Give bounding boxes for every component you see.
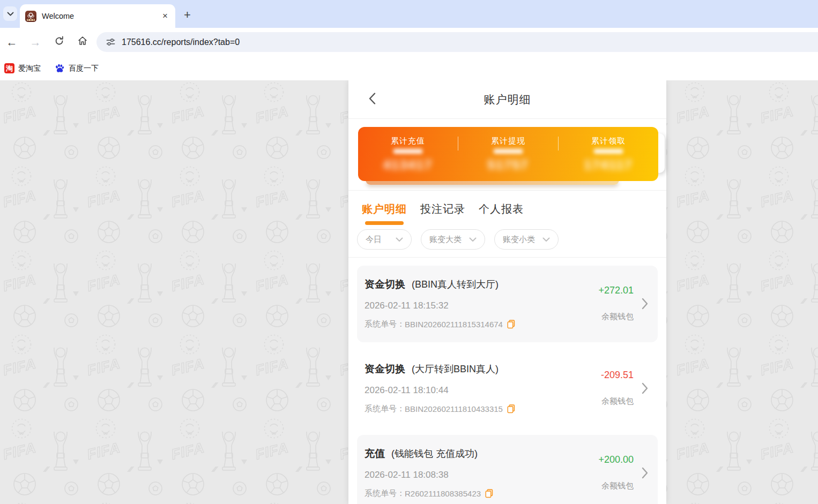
tab-personal-report[interactable]: 个人报表 (479, 202, 524, 225)
chevron-down-icon (7, 12, 14, 16)
filter-date-dropdown[interactable]: 今日 (357, 229, 412, 250)
forward-button[interactable]: → (24, 36, 47, 49)
new-tab-button[interactable]: + (184, 9, 191, 21)
site-info-icon[interactable] (106, 37, 115, 47)
account-panel: 账户明细 累计充值 413417 累计提现 51757 累计领取 (348, 80, 666, 504)
page-title: 账户明细 (484, 92, 531, 107)
tab-account-detail[interactable]: 账户明细 (362, 202, 407, 225)
txn-type: 充值 (365, 447, 385, 461)
panel-header: 账户明细 (348, 80, 666, 119)
chevron-left-icon (369, 93, 376, 104)
order-label: 系统单号： (365, 319, 405, 329)
chevron-down-icon (542, 237, 550, 242)
report-tabs: 账户明细 投注记录 个人报表 (348, 191, 666, 225)
blurred-value: 51757 (458, 157, 558, 172)
order-label: 系统单号： (365, 404, 405, 414)
chevron-right-icon (642, 298, 648, 310)
browser-tab-strip: Welcome × + (0, 0, 818, 28)
reload-icon (54, 36, 64, 46)
page-viewport: FIFA (0, 80, 818, 504)
order-number: R2602111808385423 (405, 489, 481, 498)
txn-type: 资金切换 (365, 277, 405, 291)
txn-datetime: 2026-02-11 18:10:44 (365, 385, 596, 396)
bookmark-taobao[interactable]: 淘 爱淘宝 (4, 63, 41, 73)
chevron-right-icon (642, 382, 648, 394)
tab-search-button[interactable] (3, 6, 17, 21)
stat-total-withdraw: 累计提现 51757 (458, 136, 558, 172)
txn-amount: +272.01 (598, 285, 634, 296)
home-icon (77, 35, 88, 46)
transaction-row[interactable]: 资金切换 (BBIN真人转到大厅) 2026-02-11 18:15:32 系统… (357, 266, 658, 342)
bookmarks-bar: 淘 爱淘宝 百度一下 (0, 56, 818, 80)
order-number: BBIN202602111810433315 (405, 404, 503, 413)
back-button[interactable]: ← (0, 36, 24, 49)
blurred-value: 413417 (358, 157, 458, 172)
blurred-chip (594, 149, 623, 154)
txn-amount: -209.51 (601, 370, 634, 381)
filter-category-minor-dropdown[interactable]: 账变小类 (494, 229, 559, 250)
txn-amount: +200.00 (598, 454, 634, 465)
txn-detail: (钱能钱包 充值成功) (391, 447, 478, 460)
txn-datetime: 2026-02-11 18:15:32 (365, 300, 593, 311)
tab-close-icon[interactable]: × (160, 11, 170, 21)
txn-datetime: 2026-02-11 18:08:38 (365, 470, 593, 480)
site-favicon-icon (25, 11, 36, 22)
blurred-chip (393, 149, 422, 154)
stats-section: 累计充值 413417 累计提现 51757 累计领取 174117 (348, 119, 666, 191)
url-text[interactable]: 175616.cc/reports/index?tab=0 (122, 37, 240, 47)
reload-button[interactable] (47, 36, 71, 49)
address-bar[interactable]: 175616.cc/reports/index?tab=0 (96, 32, 818, 52)
filter-category-major-dropdown[interactable]: 账变大类 (421, 229, 485, 250)
tab-bet-records[interactable]: 投注记录 (420, 202, 465, 225)
stats-card: 累计充值 413417 累计提现 51757 累计领取 174117 (358, 127, 658, 181)
home-button[interactable] (71, 35, 94, 49)
bookmark-baidu[interactable]: 百度一下 (55, 63, 99, 73)
blurred-chip (494, 149, 523, 154)
txn-detail: (大厅转到BBIN真人) (412, 363, 499, 375)
txn-wallet: 余额钱包 (601, 481, 634, 491)
txn-detail: (BBIN真人转到大厅) (412, 278, 499, 291)
baidu-paw-icon (55, 63, 65, 73)
taobao-icon: 淘 (4, 63, 14, 73)
copy-icon[interactable] (507, 320, 515, 329)
transaction-list: 资金切换 (BBIN真人转到大厅) 2026-02-11 18:15:32 系统… (348, 258, 666, 504)
stat-total-deposit: 累计充值 413417 (358, 136, 458, 172)
tab-title: Welcome (42, 12, 160, 20)
txn-wallet: 余额钱包 (601, 396, 634, 407)
active-tab-underline (365, 221, 404, 225)
back-nav-button[interactable] (361, 88, 383, 109)
copy-icon[interactable] (507, 404, 515, 413)
transaction-row[interactable]: 充值 (钱能钱包 充值成功) 2026-02-11 18:08:38 系统单号：… (357, 435, 658, 504)
blurred-value: 174117 (559, 157, 658, 172)
order-number: BBIN202602111815314674 (405, 320, 503, 329)
copy-icon[interactable] (485, 489, 493, 498)
order-label: 系统单号： (365, 488, 405, 499)
chevron-down-icon (396, 237, 403, 242)
transaction-row[interactable]: 资金切换 (大厅转到BBIN真人) 2026-02-11 18:10:44 系统… (357, 350, 658, 427)
filters-row: 今日 账变大类 账变小类 (348, 225, 666, 258)
browser-toolbar: ← → 175616.cc/reports/index?tab=0 (0, 28, 818, 56)
txn-wallet: 余额钱包 (601, 312, 634, 322)
stat-total-claim: 累计领取 174117 (559, 136, 658, 172)
browser-tab[interactable]: Welcome × (20, 4, 175, 28)
chevron-right-icon (642, 467, 648, 479)
chevron-down-icon (469, 237, 477, 242)
txn-type: 资金切换 (365, 362, 405, 376)
